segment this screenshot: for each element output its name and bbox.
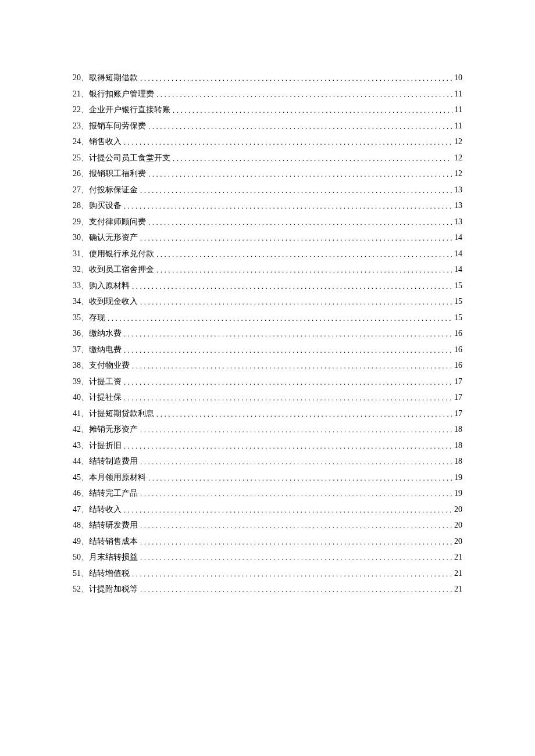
toc-entry: 51、结转增值税21 bbox=[73, 565, 462, 582]
toc-entry-page: 11 bbox=[455, 86, 462, 102]
toc-entry-page: 10 bbox=[454, 70, 462, 86]
toc-entry: 20、取得短期借款10 bbox=[73, 70, 462, 86]
toc-entry-page: 15 bbox=[454, 278, 462, 294]
toc-entry-label: 46、结转完工产品 bbox=[73, 485, 138, 501]
toc-entry-label: 39、计提工资 bbox=[73, 374, 122, 390]
toc-dots bbox=[132, 566, 452, 582]
toc-entry: 28、购买设备13 bbox=[73, 198, 462, 214]
toc-entry: 33、购入原材料15 bbox=[73, 278, 462, 294]
toc-dots bbox=[148, 166, 452, 182]
toc-entry-label: 43、计提折旧 bbox=[73, 438, 122, 454]
toc-entry: 48、结转研发费用20 bbox=[73, 517, 462, 533]
toc-dots bbox=[140, 454, 452, 470]
toc-entry-label: 24、销售收入 bbox=[73, 134, 122, 150]
toc-entry-label: 23、报销车间劳保费 bbox=[73, 118, 146, 134]
toc-entry: 40、计提社保17 bbox=[73, 389, 462, 406]
toc-entry-page: 16 bbox=[454, 357, 462, 374]
toc-entry-label: 38、支付物业费 bbox=[73, 357, 130, 374]
toc-entry-page: 13 bbox=[454, 198, 462, 214]
toc-entry-page: 12 bbox=[454, 150, 462, 166]
toc-entry-page: 21 bbox=[454, 565, 462, 582]
toc-dots bbox=[140, 294, 452, 310]
toc-entry-page: 16 bbox=[454, 325, 462, 342]
toc-dots bbox=[132, 278, 452, 295]
toc-entry: 26、报销职工福利费12 bbox=[73, 166, 462, 182]
toc-dots bbox=[173, 151, 452, 167]
toc-dots bbox=[132, 358, 452, 374]
toc-entry-label: 20、取得短期借款 bbox=[73, 70, 138, 86]
toc-entry-label: 42、摊销无形资产 bbox=[73, 421, 138, 438]
toc-entry-label: 40、计提社保 bbox=[73, 389, 122, 406]
toc-entry-page: 13 bbox=[454, 182, 462, 198]
toc-entry-label: 37、缴纳电费 bbox=[73, 342, 122, 358]
toc-dots bbox=[140, 70, 452, 87]
toc-entry: 46、结转完工产品19 bbox=[73, 485, 462, 501]
toc-entry-label: 22、企业开户银行直接转账 bbox=[73, 102, 170, 118]
toc-entry: 31、使用银行承兑付款14 bbox=[73, 246, 462, 262]
toc-dots bbox=[108, 310, 452, 327]
toc-entry: 43、计提折旧18 bbox=[73, 438, 462, 454]
toc-entry-page: 19 bbox=[454, 470, 462, 486]
toc-entry-page: 12 bbox=[454, 166, 462, 182]
toc-dots bbox=[124, 438, 452, 454]
toc-entry: 49、结转销售成本20 bbox=[73, 533, 462, 550]
toc-dots bbox=[173, 102, 452, 119]
toc-entry-label: 35、存现 bbox=[73, 310, 105, 326]
toc-entry-page: 14 bbox=[454, 246, 462, 262]
toc-entry-page: 11 bbox=[455, 118, 462, 134]
toc-entry-page: 18 bbox=[454, 438, 462, 454]
toc-dots bbox=[148, 214, 452, 231]
toc-entry: 29、支付律师顾问费13 bbox=[73, 214, 462, 230]
toc-dots bbox=[140, 534, 452, 550]
toc-dots bbox=[140, 550, 452, 566]
toc-dots bbox=[140, 486, 452, 502]
toc-entry: 52、计提附加税等21 bbox=[73, 581, 462, 597]
toc-dots bbox=[148, 470, 452, 486]
toc-entry: 22、企业开户银行直接转账11 bbox=[73, 102, 462, 118]
toc-dots bbox=[156, 262, 452, 278]
toc-entry-page: 21 bbox=[454, 581, 462, 597]
toc-entry-label: 26、报销职工福利费 bbox=[73, 166, 146, 182]
toc-entry-label: 45、本月领用原材料 bbox=[73, 470, 146, 486]
toc-dots bbox=[140, 518, 452, 534]
toc-entry: 39、计提工资17 bbox=[73, 374, 462, 390]
toc-entry: 50、月末结转损益21 bbox=[73, 549, 462, 565]
toc-entry-label: 50、月末结转损益 bbox=[73, 549, 138, 565]
toc-entry-page: 17 bbox=[454, 406, 462, 422]
toc-dots bbox=[124, 326, 452, 342]
toc-dots bbox=[124, 502, 452, 518]
toc-entry-label: 49、结转销售成本 bbox=[73, 533, 138, 550]
toc-dots bbox=[124, 198, 452, 214]
table-of-contents: 20、取得短期借款1021、银行扣账户管理费1122、企业开户银行直接转账112… bbox=[73, 70, 462, 597]
toc-dots bbox=[124, 390, 452, 406]
toc-entry-label: 52、计提附加税等 bbox=[73, 581, 138, 597]
toc-entry: 44、结转制造费用18 bbox=[73, 453, 462, 470]
toc-dots bbox=[140, 582, 452, 598]
toc-dots bbox=[156, 246, 452, 263]
toc-dots bbox=[140, 182, 452, 199]
toc-entry: 47、结转收入20 bbox=[73, 501, 462, 518]
toc-dots bbox=[140, 230, 452, 246]
toc-entry-page: 12 bbox=[454, 134, 462, 150]
toc-entry-label: 25、计提公司员工食堂开支 bbox=[73, 150, 170, 166]
toc-entry-label: 36、缴纳水费 bbox=[73, 325, 122, 342]
toc-entry-page: 20 bbox=[454, 533, 462, 550]
toc-entry: 35、存现15 bbox=[73, 310, 462, 326]
toc-entry: 34、收到现金收入15 bbox=[73, 293, 462, 310]
toc-entry-label: 34、收到现金收入 bbox=[73, 293, 138, 310]
toc-entry: 21、银行扣账户管理费11 bbox=[73, 86, 462, 102]
toc-entry-label: 33、购入原材料 bbox=[73, 278, 130, 294]
toc-entry: 42、摊销无形资产18 bbox=[73, 421, 462, 438]
toc-entry-page: 14 bbox=[454, 261, 462, 278]
toc-entry: 32、收到员工宿舍押金14 bbox=[73, 261, 462, 278]
toc-entry-page: 17 bbox=[454, 389, 462, 406]
toc-entry-label: 21、银行扣账户管理费 bbox=[73, 86, 154, 102]
toc-entry-page: 15 bbox=[454, 310, 462, 326]
toc-entry-label: 44、结转制造费用 bbox=[73, 453, 138, 470]
toc-entry-label: 29、支付律师顾问费 bbox=[73, 214, 146, 230]
toc-entry-label: 47、结转收入 bbox=[73, 501, 122, 518]
toc-entry-page: 19 bbox=[454, 485, 462, 501]
toc-entry-page: 18 bbox=[454, 453, 462, 470]
toc-dots bbox=[156, 406, 452, 422]
toc-entry: 24、销售收入12 bbox=[73, 134, 462, 150]
